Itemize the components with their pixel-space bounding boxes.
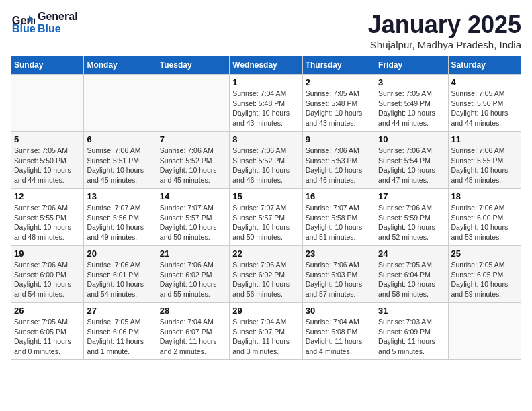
day-number: 4 <box>451 77 518 87</box>
calendar-cell <box>84 75 157 132</box>
day-number: 19 <box>14 248 81 259</box>
calendar-cell: 6Sunrise: 7:06 AMSunset: 5:51 PMDaylight… <box>84 132 157 189</box>
day-number: 3 <box>378 77 445 87</box>
calendar-cell: 5Sunrise: 7:05 AMSunset: 5:50 PMDaylight… <box>11 132 84 189</box>
logo-line1: General <box>38 11 78 23</box>
day-number: 1 <box>232 77 299 87</box>
calendar-cell: 12Sunrise: 7:06 AMSunset: 5:55 PMDayligh… <box>11 189 84 246</box>
logo: General Blue General Blue <box>11 11 78 35</box>
calendar-table: SundayMondayTuesdayWednesdayThursdayFrid… <box>11 56 521 360</box>
calendar-cell: 22Sunrise: 7:06 AMSunset: 6:02 PMDayligh… <box>230 246 302 303</box>
calendar-cell: 18Sunrise: 7:06 AMSunset: 6:00 PMDayligh… <box>448 189 521 246</box>
day-number: 14 <box>160 191 226 201</box>
weekday-row: SundayMondayTuesdayWednesdayThursdayFrid… <box>11 56 521 75</box>
day-info: Sunrise: 7:05 AMSunset: 6:04 PMDaylight:… <box>378 260 445 300</box>
day-info: Sunrise: 7:04 AMSunset: 6:07 PMDaylight:… <box>232 317 299 357</box>
day-info: Sunrise: 7:05 AMSunset: 6:06 PMDaylight:… <box>87 317 153 357</box>
calendar-cell: 27Sunrise: 7:05 AMSunset: 6:06 PMDayligh… <box>84 303 157 360</box>
calendar-week-row: 19Sunrise: 7:06 AMSunset: 6:00 PMDayligh… <box>11 246 521 303</box>
day-number: 21 <box>160 248 226 259</box>
calendar-week-row: 1Sunrise: 7:04 AMSunset: 5:48 PMDaylight… <box>11 75 521 132</box>
calendar-cell: 24Sunrise: 7:05 AMSunset: 6:04 PMDayligh… <box>375 246 448 303</box>
calendar-cell: 8Sunrise: 7:06 AMSunset: 5:52 PMDaylight… <box>230 132 302 189</box>
calendar-body: 1Sunrise: 7:04 AMSunset: 5:48 PMDaylight… <box>11 75 521 360</box>
calendar-cell: 15Sunrise: 7:07 AMSunset: 5:57 PMDayligh… <box>230 189 302 246</box>
day-info: Sunrise: 7:04 AMSunset: 5:48 PMDaylight:… <box>232 89 299 128</box>
day-number: 22 <box>232 248 299 259</box>
day-number: 2 <box>306 77 372 87</box>
calendar-cell: 19Sunrise: 7:06 AMSunset: 6:00 PMDayligh… <box>11 246 84 303</box>
day-info: Sunrise: 7:06 AMSunset: 5:55 PMDaylight:… <box>14 203 81 242</box>
weekday-header: Thursday <box>302 56 375 75</box>
day-info: Sunrise: 7:05 AMSunset: 5:49 PMDaylight:… <box>378 89 445 128</box>
calendar-cell <box>157 75 229 132</box>
day-info: Sunrise: 7:04 AMSunset: 6:07 PMDaylight:… <box>160 317 226 357</box>
page-header: General Blue General Blue January 2025 S… <box>11 11 521 50</box>
day-info: Sunrise: 7:06 AMSunset: 6:03 PMDaylight:… <box>306 260 372 300</box>
day-info: Sunrise: 7:06 AMSunset: 5:53 PMDaylight:… <box>306 146 372 185</box>
calendar-week-row: 5Sunrise: 7:05 AMSunset: 5:50 PMDaylight… <box>11 132 521 189</box>
day-number: 30 <box>306 306 372 316</box>
day-number: 13 <box>87 191 153 201</box>
day-number: 29 <box>232 306 299 316</box>
day-number: 11 <box>451 134 518 144</box>
day-number: 16 <box>306 191 372 201</box>
calendar-cell: 26Sunrise: 7:05 AMSunset: 6:05 PMDayligh… <box>11 303 84 360</box>
calendar-cell <box>11 75 84 132</box>
calendar-cell: 10Sunrise: 7:06 AMSunset: 5:54 PMDayligh… <box>375 132 448 189</box>
calendar-cell: 17Sunrise: 7:06 AMSunset: 5:59 PMDayligh… <box>375 189 448 246</box>
calendar-cell: 29Sunrise: 7:04 AMSunset: 6:07 PMDayligh… <box>230 303 302 360</box>
calendar-cell: 1Sunrise: 7:04 AMSunset: 5:48 PMDaylight… <box>230 75 302 132</box>
day-info: Sunrise: 7:06 AMSunset: 6:01 PMDaylight:… <box>87 260 153 300</box>
day-number: 7 <box>160 134 226 144</box>
calendar-cell: 28Sunrise: 7:04 AMSunset: 6:07 PMDayligh… <box>157 303 229 360</box>
day-number: 17 <box>378 191 445 201</box>
day-info: Sunrise: 7:07 AMSunset: 5:57 PMDaylight:… <box>232 203 299 242</box>
day-info: Sunrise: 7:04 AMSunset: 6:08 PMDaylight:… <box>306 317 372 357</box>
calendar-cell: 7Sunrise: 7:06 AMSunset: 5:52 PMDaylight… <box>157 132 229 189</box>
day-number: 12 <box>14 191 81 201</box>
calendar-cell: 4Sunrise: 7:05 AMSunset: 5:50 PMDaylight… <box>448 75 521 132</box>
day-number: 8 <box>232 134 299 144</box>
calendar-cell: 30Sunrise: 7:04 AMSunset: 6:08 PMDayligh… <box>302 303 375 360</box>
calendar-title: January 2025 <box>368 11 521 39</box>
calendar-cell: 9Sunrise: 7:06 AMSunset: 5:53 PMDaylight… <box>302 132 375 189</box>
day-info: Sunrise: 7:05 AMSunset: 6:05 PMDaylight:… <box>451 260 518 300</box>
day-number: 24 <box>378 248 445 259</box>
day-info: Sunrise: 7:06 AMSunset: 5:59 PMDaylight:… <box>378 203 445 242</box>
day-info: Sunrise: 7:07 AMSunset: 5:56 PMDaylight:… <box>87 203 153 242</box>
calendar-cell: 14Sunrise: 7:07 AMSunset: 5:57 PMDayligh… <box>157 189 229 246</box>
calendar-cell: 23Sunrise: 7:06 AMSunset: 6:03 PMDayligh… <box>302 246 375 303</box>
calendar-cell: 20Sunrise: 7:06 AMSunset: 6:01 PMDayligh… <box>84 246 157 303</box>
day-number: 20 <box>87 248 153 259</box>
day-info: Sunrise: 7:06 AMSunset: 6:02 PMDaylight:… <box>232 260 299 300</box>
calendar-header: SundayMondayTuesdayWednesdayThursdayFrid… <box>11 56 521 75</box>
weekday-header: Saturday <box>448 56 521 75</box>
weekday-header: Wednesday <box>230 56 302 75</box>
day-info: Sunrise: 7:06 AMSunset: 6:00 PMDaylight:… <box>14 260 81 300</box>
day-number: 23 <box>306 248 372 259</box>
calendar-cell: 25Sunrise: 7:05 AMSunset: 6:05 PMDayligh… <box>448 246 521 303</box>
svg-text:Blue: Blue <box>12 22 35 34</box>
logo-line2: Blue <box>38 23 78 35</box>
weekday-header: Monday <box>84 56 157 75</box>
day-info: Sunrise: 7:05 AMSunset: 5:48 PMDaylight:… <box>306 89 372 128</box>
title-area: January 2025 Shujalpur, Madhya Pradesh, … <box>368 11 521 50</box>
calendar-cell: 13Sunrise: 7:07 AMSunset: 5:56 PMDayligh… <box>84 189 157 246</box>
calendar-cell: 11Sunrise: 7:06 AMSunset: 5:55 PMDayligh… <box>448 132 521 189</box>
calendar-week-row: 26Sunrise: 7:05 AMSunset: 6:05 PMDayligh… <box>11 303 521 360</box>
day-info: Sunrise: 7:06 AMSunset: 5:52 PMDaylight:… <box>232 146 299 185</box>
calendar-cell: 2Sunrise: 7:05 AMSunset: 5:48 PMDaylight… <box>302 75 375 132</box>
day-info: Sunrise: 7:05 AMSunset: 6:05 PMDaylight:… <box>14 317 81 357</box>
day-info: Sunrise: 7:05 AMSunset: 5:50 PMDaylight:… <box>14 146 81 185</box>
day-info: Sunrise: 7:05 AMSunset: 5:50 PMDaylight:… <box>451 89 518 128</box>
day-number: 15 <box>232 191 299 201</box>
calendar-cell: 21Sunrise: 7:06 AMSunset: 6:02 PMDayligh… <box>157 246 229 303</box>
calendar-cell: 16Sunrise: 7:07 AMSunset: 5:58 PMDayligh… <box>302 189 375 246</box>
day-info: Sunrise: 7:06 AMSunset: 5:55 PMDaylight:… <box>451 146 518 185</box>
weekday-header: Friday <box>375 56 448 75</box>
day-number: 6 <box>87 134 153 144</box>
day-number: 9 <box>306 134 372 144</box>
weekday-header: Sunday <box>11 56 84 75</box>
day-number: 31 <box>378 306 445 316</box>
